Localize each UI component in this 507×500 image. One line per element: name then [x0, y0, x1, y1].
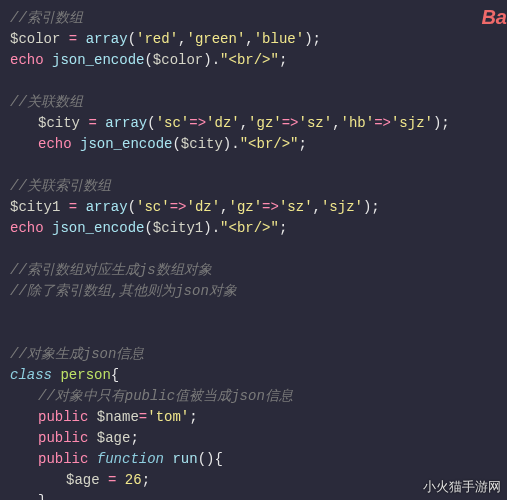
blank-line [10, 239, 497, 260]
string: 'dz' [206, 115, 240, 131]
keyword: function [97, 451, 173, 467]
variable: $color [153, 52, 203, 68]
keyword: public [38, 409, 97, 425]
operator: => [170, 199, 187, 215]
comment: //对象中只有public值被当成json信息 [38, 388, 293, 404]
string: 'sjz' [391, 115, 433, 131]
punct: ); [304, 31, 321, 47]
comment: //关联索引数组 [10, 178, 111, 194]
variable: $city [38, 115, 80, 131]
code-line: echo json_encode($city1)."<br/>"; [10, 218, 497, 239]
operator: = [60, 199, 85, 215]
code-line: //对象生成json信息 [10, 344, 497, 365]
comment: //对象生成json信息 [10, 346, 144, 362]
watermark-text: 小火猫手游网 [423, 477, 501, 497]
string: 'gz' [248, 115, 282, 131]
punct: ( [144, 52, 152, 68]
class-name: person [60, 367, 110, 383]
punct: ; [298, 136, 306, 152]
string: 'sz' [279, 199, 313, 215]
comment: //索引数组对应生成js数组对象 [10, 262, 212, 278]
variable: $name [97, 409, 139, 425]
punct: , [332, 115, 340, 131]
string: "<br/>" [220, 52, 279, 68]
code-block: //索引数组 $color = array('red','green','blu… [0, 0, 507, 500]
operator: = [60, 31, 85, 47]
punct: ( [128, 31, 136, 47]
operator: => [374, 115, 391, 131]
code-line: //除了索引数组,其他则为json对象 [10, 281, 497, 302]
function: run [172, 451, 197, 467]
keyword: echo [10, 220, 52, 236]
operator: = [139, 409, 147, 425]
variable: $age [97, 430, 131, 446]
code-line: //索引数组对应生成js数组对象 [10, 260, 497, 281]
string: 'sjz' [321, 199, 363, 215]
keyword: public [38, 451, 97, 467]
punct: { [111, 367, 119, 383]
punct: ; [279, 220, 287, 236]
function: array [86, 199, 128, 215]
code-line: public function run(){ [10, 449, 497, 470]
string: "<br/>" [240, 136, 299, 152]
number: 26 [125, 472, 142, 488]
function: json_encode [52, 220, 144, 236]
banner-text: Ba [481, 2, 507, 32]
string: 'hb' [341, 115, 375, 131]
operator: = [100, 472, 125, 488]
code-line: //索引数组 [10, 8, 497, 29]
punct: } [38, 493, 46, 500]
code-line: echo json_encode($color)."<br/>"; [10, 50, 497, 71]
keyword: echo [38, 136, 80, 152]
punct: ; [142, 472, 150, 488]
code-line: public $age; [10, 428, 497, 449]
punct: , [220, 199, 228, 215]
string: 'red' [136, 31, 178, 47]
punct: , [240, 115, 248, 131]
punct: ( [128, 199, 136, 215]
code-line: $city1 = array('sc'=>'dz','gz'=>'sz','sj… [10, 197, 497, 218]
blank-line [10, 323, 497, 344]
string: 'gz' [229, 199, 263, 215]
punct: (){ [198, 451, 223, 467]
punct: ; [189, 409, 197, 425]
punct: ); [363, 199, 380, 215]
code-line: //关联数组 [10, 92, 497, 113]
keyword: class [10, 367, 60, 383]
operator: => [282, 115, 299, 131]
string: 'sz' [299, 115, 333, 131]
function: json_encode [80, 136, 172, 152]
string: 'tom' [147, 409, 189, 425]
comment: //关联数组 [10, 94, 83, 110]
code-line: $color = array('red','green','blue'); [10, 29, 497, 50]
keyword: public [38, 430, 97, 446]
punct: ; [279, 52, 287, 68]
keyword: echo [10, 52, 52, 68]
variable: $color [10, 31, 60, 47]
string: 'green' [186, 31, 245, 47]
function: array [86, 31, 128, 47]
code-line: //关联索引数组 [10, 176, 497, 197]
string: 'dz' [186, 199, 220, 215]
code-line: $city = array('sc'=>'dz','gz'=>'sz','hb'… [10, 113, 497, 134]
function: json_encode [52, 52, 144, 68]
string: "<br/>" [220, 220, 279, 236]
punct: ( [144, 220, 152, 236]
blank-line [10, 71, 497, 92]
string: 'blue' [254, 31, 304, 47]
operator: => [189, 115, 206, 131]
operator: = [80, 115, 105, 131]
punct: ); [433, 115, 450, 131]
punct: , [245, 31, 253, 47]
blank-line [10, 302, 497, 323]
punct: ). [203, 52, 220, 68]
variable: $city1 [10, 199, 60, 215]
variable: $city [181, 136, 223, 152]
punct: ). [223, 136, 240, 152]
code-line: //对象中只有public值被当成json信息 [10, 386, 497, 407]
punct: ( [172, 136, 180, 152]
blank-line [10, 155, 497, 176]
operator: => [262, 199, 279, 215]
punct: ). [203, 220, 220, 236]
punct: ( [147, 115, 155, 131]
